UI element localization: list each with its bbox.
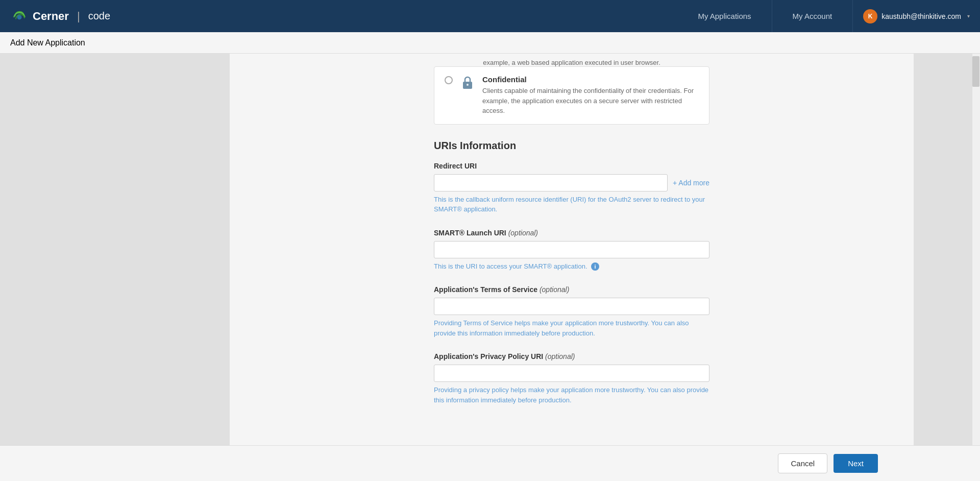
- confidential-title: Confidential: [482, 75, 699, 84]
- nav-my-applications[interactable]: My Applications: [677, 0, 772, 32]
- confidential-text-block: Confidential Clients capable of maintain…: [482, 75, 699, 116]
- privacy-policy-label: Application's Privacy Policy URI (option…: [434, 352, 709, 360]
- confidential-radio[interactable]: [445, 76, 453, 84]
- right-panel: ▲ ▼: [914, 54, 980, 481]
- terms-of-service-input[interactable]: [434, 298, 709, 315]
- terms-of-service-label: Application's Terms of Service (optional…: [434, 285, 709, 294]
- privacy-policy-field: Application's Privacy Policy URI (option…: [434, 352, 709, 405]
- main-nav: My Applications My Account: [677, 0, 853, 32]
- main-wrapper: example, a web based application execute…: [0, 54, 980, 481]
- breadcrumb: Add New Application: [0, 32, 980, 54]
- user-menu[interactable]: K kaustubh@thinkitive.com ▾: [853, 9, 980, 23]
- redirect-uri-hint: This is the callback uniform resource id…: [434, 195, 709, 214]
- next-button[interactable]: Next: [834, 454, 878, 473]
- privacy-policy-hint: Providing a privacy policy helps make yo…: [434, 385, 709, 405]
- avatar: K: [863, 9, 877, 23]
- svg-point-3: [467, 84, 469, 86]
- cerner-logo: [10, 7, 29, 26]
- terms-of-service-hint: Providing Terms of Service helps make yo…: [434, 318, 709, 338]
- content-area: example, a web based application execute…: [230, 54, 914, 481]
- scrollbar[interactable]: ▲ ▼: [972, 54, 980, 481]
- redirect-uri-label: Redirect URI: [434, 162, 709, 170]
- left-panel: [0, 54, 230, 481]
- breadcrumb-text: Add New Application: [10, 38, 85, 47]
- form-content: example, a web based application execute…: [403, 54, 740, 405]
- cerner-text: Cerner: [33, 10, 69, 23]
- redirect-uri-row: + Add more: [434, 174, 709, 191]
- add-more-link[interactable]: + Add more: [673, 179, 709, 187]
- svg-point-1: [17, 15, 22, 19]
- code-text: code: [88, 10, 110, 22]
- footer-bar: Cancel Next: [0, 445, 980, 481]
- smart-launch-uri-input[interactable]: [434, 241, 709, 258]
- nav-my-account[interactable]: My Account: [772, 0, 853, 32]
- smart-launch-uri-field: SMART® Launch URI (optional) This is the…: [434, 229, 709, 272]
- main-header: Cerner | code My Applications My Account…: [0, 0, 980, 32]
- scroll-thumb[interactable]: [972, 56, 979, 87]
- logo-divider: |: [77, 10, 80, 23]
- lock-icon: [461, 75, 474, 89]
- top-partial-text: example, a web based application execute…: [434, 54, 709, 66]
- confidential-card: Confidential Clients capable of maintain…: [434, 66, 709, 125]
- logo-area: Cerner | code: [0, 7, 110, 26]
- privacy-policy-input[interactable]: [434, 365, 709, 382]
- cerner-logo-icon: [10, 7, 29, 26]
- smart-launch-uri-hint: This is the URI to access your SMART® ap…: [434, 261, 709, 272]
- cancel-button[interactable]: Cancel: [778, 453, 827, 473]
- redirect-uri-input[interactable]: [434, 174, 668, 191]
- user-email: kaustubh@thinkitive.com: [881, 12, 961, 20]
- user-menu-chevron-icon: ▾: [967, 13, 970, 19]
- lock-icon-wrap: [460, 75, 475, 89]
- confidential-description: Clients capable of maintaining the confi…: [482, 86, 699, 116]
- terms-of-service-field: Application's Terms of Service (optional…: [434, 285, 709, 338]
- smart-launch-uri-label: SMART® Launch URI (optional): [434, 229, 709, 237]
- section-uris-title: URIs Information: [434, 140, 709, 152]
- redirect-uri-field: Redirect URI + Add more This is the call…: [434, 162, 709, 214]
- smart-uri-info-icon[interactable]: i: [591, 262, 599, 271]
